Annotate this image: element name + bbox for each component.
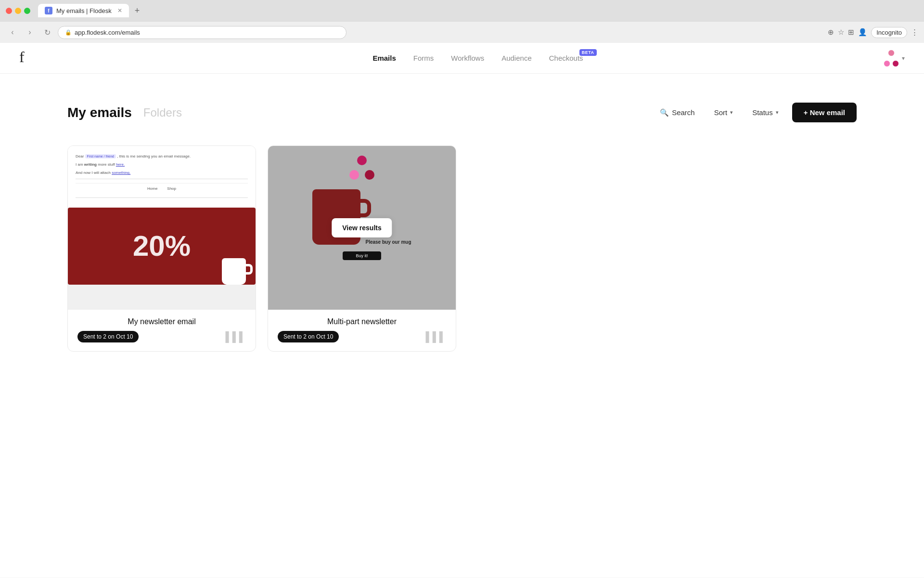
reload-button[interactable]: ↻ — [40, 26, 54, 39]
status-button[interactable]: Status ▾ — [746, 105, 784, 120]
email-grid: Dear First name / friend , this is me se… — [67, 145, 857, 352]
address-url: app.flodesk.com/emails — [75, 29, 140, 36]
preview-big-text: 20% — [133, 232, 191, 261]
app-nav: Emails Forms Workflows Audience Checkout… — [73, 54, 883, 62]
cast-icon[interactable]: ⊕ — [828, 28, 834, 37]
preview-content-newsletter: Dear First name / friend , this is me se… — [68, 146, 256, 208]
svg-text:f: f — [19, 48, 25, 65]
main-content: My emails Folders 🔍 Search Sort ▾ Status… — [0, 74, 924, 381]
nav-item-checkouts[interactable]: Checkouts BETA — [549, 54, 583, 62]
preview-nav: Home Shop — [76, 183, 248, 194]
tab-favicon: f — [45, 7, 52, 14]
folders-tab[interactable]: Folders — [143, 106, 182, 119]
secure-icon: 🔒 — [65, 29, 72, 36]
app-header-right: ▾ — [883, 50, 905, 67]
nav-item-workflows[interactable]: Workflows — [451, 54, 484, 62]
chevron-down-icon: ▾ — [776, 109, 779, 116]
page-title: My emails — [67, 105, 132, 120]
email-card-multipart[interactable]: ••• One — [268, 145, 456, 352]
tab-label: My emails | Flodesk — [56, 7, 112, 14]
chevron-down-icon: ▾ — [730, 109, 733, 116]
dear-text: Dear — [76, 154, 85, 158]
checkouts-label: Checkouts — [549, 54, 583, 62]
browser-nav-actions: ⊕ ☆ ⊞ 👤 Incognito ⋮ — [828, 27, 918, 38]
app-container: f Emails Forms Workflows Audience Checko… — [0, 43, 924, 578]
browser-window-controls — [6, 8, 30, 14]
tab-close-icon[interactable]: ✕ — [117, 7, 122, 14]
nav-item-audience[interactable]: Audience — [501, 54, 532, 62]
stats-icon-multipart[interactable]: ▌▌▌ — [425, 331, 446, 342]
preview-divider2 — [76, 197, 248, 198]
profile-icon[interactable]: 👤 — [858, 28, 867, 37]
card-body-multipart: Multi-part newsletter Sent to 2 on Oct 1… — [268, 310, 456, 351]
incognito-badge: Incognito — [871, 27, 907, 38]
preview-nav-shop: Shop — [167, 186, 176, 191]
line1-rest: , this is me sending you an email messag… — [117, 154, 191, 158]
search-button[interactable]: 🔍 Search — [654, 105, 701, 121]
preview-nav-home: Home — [147, 186, 157, 191]
beta-badge: BETA — [579, 49, 597, 56]
new-tab-button[interactable]: + — [135, 6, 140, 16]
nav-item-forms[interactable]: Forms — [413, 54, 434, 62]
view-results-button[interactable]: View results — [332, 218, 392, 237]
mug-shape — [222, 258, 246, 285]
chevron-down-icon: ▾ — [902, 55, 905, 62]
search-label: Search — [672, 108, 695, 117]
app-logo[interactable]: f — [19, 48, 35, 68]
preview-line1: Dear First name / friend , this is me se… — [76, 154, 248, 159]
bookmark-icon[interactable]: ☆ — [838, 28, 844, 37]
preview-line2: I am writing more stuff here. — [76, 162, 248, 167]
logo-circle-top — [357, 156, 367, 165]
preview-line3: And now I will attach something. — [76, 170, 248, 175]
sort-button[interactable]: Sort ▾ — [708, 105, 739, 120]
merge-tag: First name / friend — [85, 154, 116, 158]
status-label: Status — [752, 108, 773, 117]
avatar-group[interactable]: ▾ — [883, 50, 905, 67]
sent-badge-multipart: Sent to 2 on Oct 10 — [278, 331, 339, 342]
preview-buy-text: Please buy our mug — [365, 239, 411, 245]
browser-nav-bar: ‹ › ↻ 🔒 app.flodesk.com/emails ⊕ ☆ ⊞ 👤 I… — [0, 21, 924, 43]
email-card-footer-newsletter: Sent to 2 on Oct 10 ▌▌▌ — [77, 331, 246, 342]
preview-mug-handle — [360, 199, 371, 217]
close-window-btn[interactable] — [6, 8, 12, 14]
browser-titlebar: f My emails | Flodesk ✕ + — [0, 0, 924, 21]
minimize-window-btn[interactable] — [15, 8, 21, 14]
address-bar[interactable]: 🔒 app.flodesk.com/emails — [58, 26, 346, 39]
avatar-circle-top — [888, 50, 895, 56]
preview-image-newsletter: 20% — [68, 208, 256, 285]
email-card-title-multipart: Multi-part newsletter — [278, 317, 446, 326]
logo-circle-right — [365, 170, 374, 180]
preview-divider — [76, 179, 248, 179]
preview-buy-button: Buy it! — [343, 251, 381, 260]
nav-item-emails[interactable]: Emails — [372, 54, 396, 62]
app-header: f Emails Forms Workflows Audience Checko… — [0, 43, 924, 74]
email-card-title-newsletter: My newsletter email — [77, 317, 246, 326]
mug-handle — [246, 264, 253, 275]
search-icon: 🔍 — [660, 108, 669, 117]
page-title-group: My emails Folders — [67, 105, 182, 120]
avatar-icon — [883, 50, 900, 67]
forward-button[interactable]: › — [23, 26, 37, 39]
email-card-newsletter[interactable]: Dear First name / friend , this is me se… — [67, 145, 256, 352]
extensions-icon[interactable]: ⊞ — [848, 28, 854, 37]
back-button[interactable]: ‹ — [6, 26, 19, 39]
email-card-footer-multipart: Sent to 2 on Oct 10 ▌▌▌ — [278, 331, 446, 342]
new-email-button[interactable]: + New email — [792, 103, 857, 122]
card-preview-newsletter: Dear First name / friend , this is me se… — [68, 146, 256, 310]
card-preview-multipart: ••• One — [268, 146, 456, 310]
sort-label: Sort — [714, 108, 728, 117]
browser-chrome: f My emails | Flodesk ✕ + ‹ › ↻ 🔒 app.fl… — [0, 0, 924, 43]
avatar-circle-left — [884, 60, 890, 67]
sent-badge-newsletter: Sent to 2 on Oct 10 — [77, 331, 139, 342]
menu-icon[interactable]: ⋮ — [911, 28, 918, 37]
preview-logo — [347, 156, 376, 180]
preview-product — [222, 258, 246, 285]
logo-circle-left — [349, 170, 359, 180]
page-header: My emails Folders 🔍 Search Sort ▾ Status… — [67, 103, 857, 122]
card-body-newsletter: My newsletter email Sent to 2 on Oct 10 … — [68, 310, 256, 351]
avatar-circle-right — [892, 60, 899, 67]
browser-tab[interactable]: f My emails | Flodesk ✕ — [38, 4, 129, 17]
page-actions: 🔍 Search Sort ▾ Status ▾ + New email — [654, 103, 857, 122]
maximize-window-btn[interactable] — [24, 8, 30, 14]
stats-icon-newsletter[interactable]: ▌▌▌ — [225, 331, 246, 342]
